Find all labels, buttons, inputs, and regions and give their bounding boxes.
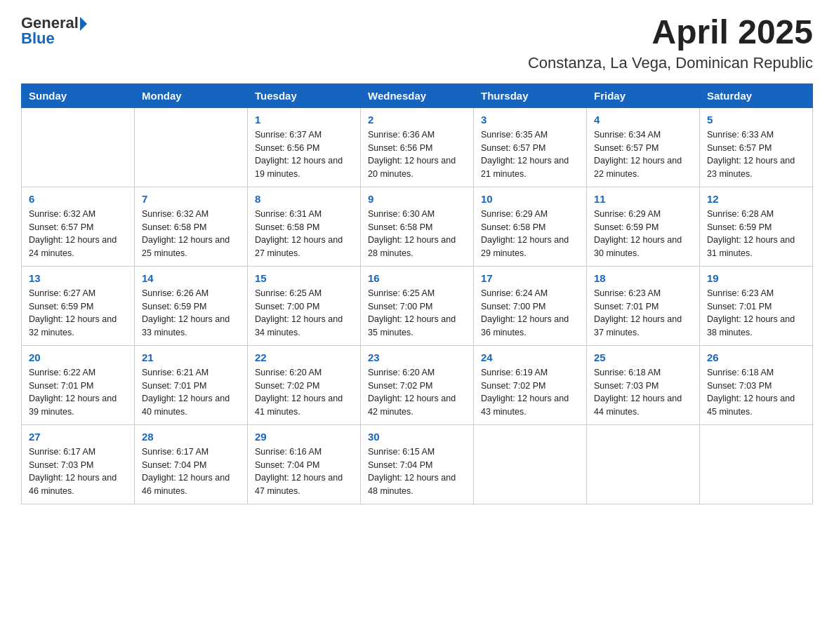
calendar-cell: 19Sunrise: 6:23 AMSunset: 7:01 PMDayligh… bbox=[700, 266, 813, 345]
calendar-cell: 4Sunrise: 6:34 AMSunset: 6:57 PMDaylight… bbox=[587, 107, 700, 187]
day-number: 21 bbox=[142, 351, 240, 363]
calendar-cell bbox=[474, 424, 587, 504]
day-number: 30 bbox=[368, 431, 466, 443]
logo: General Blue bbox=[21, 14, 87, 48]
weekday-header-row: SundayMondayTuesdayWednesdayThursdayFrid… bbox=[22, 83, 813, 107]
day-number: 12 bbox=[707, 193, 805, 205]
day-number: 2 bbox=[368, 114, 466, 126]
day-info: Sunrise: 6:30 AMSunset: 6:58 PMDaylight:… bbox=[368, 208, 466, 260]
day-number: 27 bbox=[29, 431, 127, 443]
calendar-cell: 20Sunrise: 6:22 AMSunset: 7:01 PMDayligh… bbox=[22, 345, 135, 424]
calendar-cell: 10Sunrise: 6:29 AMSunset: 6:58 PMDayligh… bbox=[474, 187, 587, 266]
day-number: 14 bbox=[142, 272, 240, 284]
day-info: Sunrise: 6:23 AMSunset: 7:01 PMDaylight:… bbox=[594, 287, 692, 340]
calendar-cell: 27Sunrise: 6:17 AMSunset: 7:03 PMDayligh… bbox=[22, 424, 135, 504]
calendar-cell: 5Sunrise: 6:33 AMSunset: 6:57 PMDaylight… bbox=[700, 107, 813, 187]
calendar-cell: 30Sunrise: 6:15 AMSunset: 7:04 PMDayligh… bbox=[361, 424, 474, 504]
day-info: Sunrise: 6:18 AMSunset: 7:03 PMDaylight:… bbox=[594, 366, 692, 419]
calendar-cell: 9Sunrise: 6:30 AMSunset: 6:58 PMDaylight… bbox=[361, 187, 474, 266]
logo-arrow-icon bbox=[80, 17, 87, 31]
calendar-cell bbox=[700, 424, 813, 504]
calendar-cell: 29Sunrise: 6:16 AMSunset: 7:04 PMDayligh… bbox=[248, 424, 361, 504]
calendar-cell: 22Sunrise: 6:20 AMSunset: 7:02 PMDayligh… bbox=[248, 345, 361, 424]
calendar-cell: 15Sunrise: 6:25 AMSunset: 7:00 PMDayligh… bbox=[248, 266, 361, 345]
calendar-cell: 28Sunrise: 6:17 AMSunset: 7:04 PMDayligh… bbox=[135, 424, 248, 504]
calendar-cell: 11Sunrise: 6:29 AMSunset: 6:59 PMDayligh… bbox=[587, 187, 700, 266]
day-number: 10 bbox=[481, 193, 579, 205]
week-row-4: 20Sunrise: 6:22 AMSunset: 7:01 PMDayligh… bbox=[22, 345, 813, 424]
weekday-header-saturday: Saturday bbox=[700, 83, 813, 107]
day-number: 22 bbox=[255, 351, 353, 363]
calendar-cell: 21Sunrise: 6:21 AMSunset: 7:01 PMDayligh… bbox=[135, 345, 248, 424]
day-info: Sunrise: 6:19 AMSunset: 7:02 PMDaylight:… bbox=[481, 366, 579, 419]
day-number: 24 bbox=[481, 351, 579, 363]
day-info: Sunrise: 6:20 AMSunset: 7:02 PMDaylight:… bbox=[255, 366, 353, 419]
calendar-cell: 16Sunrise: 6:25 AMSunset: 7:00 PMDayligh… bbox=[361, 266, 474, 345]
logo-blue-text: Blue bbox=[21, 29, 55, 48]
day-number: 6 bbox=[29, 193, 127, 205]
calendar-cell bbox=[22, 107, 135, 187]
calendar-cell: 18Sunrise: 6:23 AMSunset: 7:01 PMDayligh… bbox=[587, 266, 700, 345]
day-number: 8 bbox=[255, 193, 353, 205]
day-number: 25 bbox=[594, 351, 692, 363]
day-info: Sunrise: 6:17 AMSunset: 7:03 PMDaylight:… bbox=[29, 445, 127, 498]
day-number: 29 bbox=[255, 431, 353, 443]
day-number: 13 bbox=[29, 272, 127, 284]
day-number: 17 bbox=[481, 272, 579, 284]
day-info: Sunrise: 6:29 AMSunset: 6:59 PMDaylight:… bbox=[594, 208, 692, 260]
day-number: 1 bbox=[255, 114, 353, 126]
weekday-header-thursday: Thursday bbox=[474, 83, 587, 107]
calendar-cell: 26Sunrise: 6:18 AMSunset: 7:03 PMDayligh… bbox=[700, 345, 813, 424]
month-year-title: April 2025 bbox=[528, 14, 813, 51]
weekday-header-monday: Monday bbox=[135, 83, 248, 107]
day-info: Sunrise: 6:34 AMSunset: 6:57 PMDaylight:… bbox=[594, 128, 692, 181]
day-number: 26 bbox=[707, 351, 805, 363]
page-header: General Blue April 2025 Constanza, La Ve… bbox=[21, 14, 813, 72]
day-info: Sunrise: 6:36 AMSunset: 6:56 PMDaylight:… bbox=[368, 128, 466, 181]
day-number: 18 bbox=[594, 272, 692, 284]
day-info: Sunrise: 6:35 AMSunset: 6:57 PMDaylight:… bbox=[481, 128, 579, 181]
calendar-cell: 23Sunrise: 6:20 AMSunset: 7:02 PMDayligh… bbox=[361, 345, 474, 424]
calendar-cell: 25Sunrise: 6:18 AMSunset: 7:03 PMDayligh… bbox=[587, 345, 700, 424]
day-number: 19 bbox=[707, 272, 805, 284]
calendar-cell: 6Sunrise: 6:32 AMSunset: 6:57 PMDaylight… bbox=[22, 187, 135, 266]
calendar-cell: 2Sunrise: 6:36 AMSunset: 6:56 PMDaylight… bbox=[361, 107, 474, 187]
day-info: Sunrise: 6:27 AMSunset: 6:59 PMDaylight:… bbox=[29, 287, 127, 340]
day-number: 7 bbox=[142, 193, 240, 205]
day-info: Sunrise: 6:16 AMSunset: 7:04 PMDaylight:… bbox=[255, 445, 353, 498]
calendar-cell: 3Sunrise: 6:35 AMSunset: 6:57 PMDaylight… bbox=[474, 107, 587, 187]
day-info: Sunrise: 6:20 AMSunset: 7:02 PMDaylight:… bbox=[368, 366, 466, 419]
calendar-table: SundayMondayTuesdayWednesdayThursdayFrid… bbox=[21, 83, 813, 504]
day-number: 16 bbox=[368, 272, 466, 284]
day-info: Sunrise: 6:32 AMSunset: 6:57 PMDaylight:… bbox=[29, 208, 127, 260]
day-number: 11 bbox=[594, 193, 692, 205]
day-info: Sunrise: 6:26 AMSunset: 6:59 PMDaylight:… bbox=[142, 287, 240, 340]
day-number: 28 bbox=[142, 431, 240, 443]
day-info: Sunrise: 6:28 AMSunset: 6:59 PMDaylight:… bbox=[707, 208, 805, 260]
week-row-1: 1Sunrise: 6:37 AMSunset: 6:56 PMDaylight… bbox=[22, 107, 813, 187]
day-info: Sunrise: 6:23 AMSunset: 7:01 PMDaylight:… bbox=[707, 287, 805, 340]
day-info: Sunrise: 6:21 AMSunset: 7:01 PMDaylight:… bbox=[142, 366, 240, 419]
day-info: Sunrise: 6:22 AMSunset: 7:01 PMDaylight:… bbox=[29, 366, 127, 419]
calendar-cell: 24Sunrise: 6:19 AMSunset: 7:02 PMDayligh… bbox=[474, 345, 587, 424]
weekday-header-wednesday: Wednesday bbox=[361, 83, 474, 107]
calendar-cell: 13Sunrise: 6:27 AMSunset: 6:59 PMDayligh… bbox=[22, 266, 135, 345]
title-block: April 2025 Constanza, La Vega, Dominican… bbox=[528, 14, 813, 72]
day-info: Sunrise: 6:32 AMSunset: 6:58 PMDaylight:… bbox=[142, 208, 240, 260]
day-number: 4 bbox=[594, 114, 692, 126]
week-row-5: 27Sunrise: 6:17 AMSunset: 7:03 PMDayligh… bbox=[22, 424, 813, 504]
calendar-cell: 8Sunrise: 6:31 AMSunset: 6:58 PMDaylight… bbox=[248, 187, 361, 266]
weekday-header-tuesday: Tuesday bbox=[248, 83, 361, 107]
day-info: Sunrise: 6:24 AMSunset: 7:00 PMDaylight:… bbox=[481, 287, 579, 340]
day-info: Sunrise: 6:15 AMSunset: 7:04 PMDaylight:… bbox=[368, 445, 466, 498]
calendar-cell: 17Sunrise: 6:24 AMSunset: 7:00 PMDayligh… bbox=[474, 266, 587, 345]
day-info: Sunrise: 6:18 AMSunset: 7:03 PMDaylight:… bbox=[707, 366, 805, 419]
day-info: Sunrise: 6:17 AMSunset: 7:04 PMDaylight:… bbox=[142, 445, 240, 498]
day-number: 20 bbox=[29, 351, 127, 363]
day-info: Sunrise: 6:37 AMSunset: 6:56 PMDaylight:… bbox=[255, 128, 353, 181]
day-info: Sunrise: 6:31 AMSunset: 6:58 PMDaylight:… bbox=[255, 208, 353, 260]
week-row-3: 13Sunrise: 6:27 AMSunset: 6:59 PMDayligh… bbox=[22, 266, 813, 345]
day-number: 5 bbox=[707, 114, 805, 126]
weekday-header-sunday: Sunday bbox=[22, 83, 135, 107]
weekday-header-friday: Friday bbox=[587, 83, 700, 107]
